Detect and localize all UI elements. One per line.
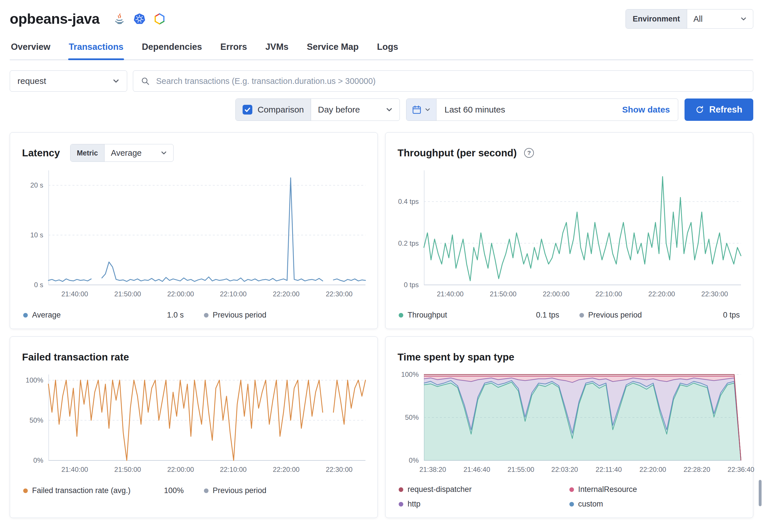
comparison-checkbox[interactable] <box>243 105 252 115</box>
throughput-legend: Throughput0.1 tpsPrevious period0 tps <box>397 311 741 320</box>
tab-dependencies[interactable]: Dependencies <box>141 37 202 59</box>
span-type-plot-area[interactable] <box>424 374 741 461</box>
x-tick-label: 21:46:40 <box>463 466 490 474</box>
x-tick-label: 22:10:00 <box>220 466 247 474</box>
legend-item-request-dispatcher[interactable]: request-dispatcher <box>399 485 569 494</box>
x-tick-label: 22:20:00 <box>640 466 666 474</box>
environment-select[interactable]: All <box>687 9 753 28</box>
x-tick-label: 21:40:00 <box>61 290 88 298</box>
tab-jvms[interactable]: JVMs <box>265 37 289 59</box>
service-header: opbeans-java <box>0 0 763 29</box>
y-tick-label: 0 tps <box>404 281 419 289</box>
legend-value: 100% <box>164 486 183 495</box>
legend-value: 1.0 s <box>167 311 184 320</box>
java-icon <box>113 13 125 25</box>
comparison-select[interactable]: Day before <box>311 99 399 121</box>
chart-panels: Latency Metric Average 20 s10 s0 s 21:40… <box>10 132 753 518</box>
scrollbar-thumb[interactable] <box>759 480 762 506</box>
y-axis: 0.4 tps0.2 tps0 tps <box>397 170 424 285</box>
transaction-search <box>133 70 753 92</box>
time-range-value[interactable]: Last 60 minutes <box>445 105 505 115</box>
latency-chart: 20 s10 s0 s 21:40:0021:50:0022:00:0022:1… <box>22 170 366 301</box>
y-tick-label: 0 s <box>34 281 43 289</box>
google-cloud-icon <box>154 13 165 25</box>
x-tick-label: 21:38:20 <box>419 466 446 474</box>
latency-title: Latency <box>22 147 60 159</box>
show-dates-link[interactable]: Show dates <box>622 105 670 115</box>
x-tick-label: 22:00:00 <box>167 290 194 298</box>
tab-overview[interactable]: Overview <box>10 37 51 59</box>
legend-label: Failed transaction rate (avg.) <box>32 486 158 495</box>
span-type-chart: 100%50%0% 21:38:2021:46:4021:55:0022:03:… <box>397 374 741 477</box>
throughput-plot-area[interactable] <box>424 170 741 285</box>
metric-select[interactable]: Average <box>105 144 173 161</box>
comparison-label: Comparison <box>258 105 304 115</box>
filter-row: request <box>10 70 753 92</box>
y-tick-label: 20 s <box>30 181 43 189</box>
page-title: opbeans-java <box>10 11 100 27</box>
y-tick-label: 100% <box>26 376 43 384</box>
span-type-title: Time spent by span type <box>397 351 514 363</box>
tab-service-map[interactable]: Service Map <box>306 37 359 59</box>
legend-item-custom[interactable]: custom <box>569 500 740 508</box>
chevron-down-icon <box>386 106 393 113</box>
latency-plot-area[interactable] <box>49 170 366 285</box>
legend-value: 0.1 tps <box>536 311 559 320</box>
legend-dot-icon <box>580 313 584 318</box>
tab-errors[interactable]: Errors <box>220 37 248 59</box>
legend-item-previous-period[interactable]: Previous period0 tps <box>580 311 740 320</box>
legend-item-average[interactable]: Average1.0 s <box>23 311 184 320</box>
legend-item-throughput[interactable]: Throughput0.1 tps <box>399 311 559 320</box>
comparison-control: Comparison Day before <box>235 98 400 121</box>
legend-item-http[interactable]: http <box>399 500 569 508</box>
legend-dot-icon <box>399 487 403 492</box>
refresh-button[interactable]: Refresh <box>685 98 753 121</box>
search-icon <box>141 76 150 86</box>
legend-item-internalresource[interactable]: InternalResource <box>569 485 740 494</box>
x-axis: 21:40:0021:50:0022:00:0022:10:0022:20:00… <box>49 285 366 301</box>
legend-label: custom <box>578 500 740 508</box>
y-tick-label: 50% <box>30 416 43 424</box>
chevron-down-icon <box>425 107 430 113</box>
legend-item-failed-transaction-rate-avg-[interactable]: Failed transaction rate (avg.)100% <box>23 486 184 495</box>
failed-rate-plot-area[interactable] <box>49 374 366 461</box>
x-tick-label: 22:20:00 <box>648 290 675 298</box>
transaction-type-value: request <box>18 76 46 86</box>
x-tick-label: 22:30:00 <box>701 290 728 298</box>
environment-label: Environment <box>626 9 687 28</box>
throughput-title: Throughput (per second) <box>397 147 517 159</box>
legend-label: Previous period <box>213 311 358 320</box>
x-tick-label: 22:10:00 <box>596 290 622 298</box>
latency-legend: Average1.0 sPrevious period <box>22 311 366 320</box>
transaction-type-select[interactable]: request <box>10 70 127 92</box>
chevron-down-icon <box>161 150 167 156</box>
legend-dot-icon <box>204 313 208 318</box>
y-tick-label: 50% <box>405 413 419 421</box>
environment-value: All <box>694 14 703 24</box>
chevron-down-icon <box>740 16 747 22</box>
quick-select-button[interactable] <box>406 99 436 121</box>
service-icons <box>113 13 165 25</box>
legend-item-previous-period[interactable]: Previous period <box>204 486 365 495</box>
failed-rate-title: Failed transaction rate <box>22 351 129 363</box>
failed-rate-legend: Failed transaction rate (avg.)100%Previo… <box>22 486 366 495</box>
legend-dot-icon <box>569 487 574 492</box>
x-tick-label: 21:40:00 <box>437 290 463 298</box>
failed-transaction-rate-panel: Failed transaction rate 100%50%0% 21:40:… <box>10 336 378 518</box>
refresh-label: Refresh <box>709 105 742 115</box>
x-tick-label: 22:28:20 <box>683 466 710 474</box>
x-axis: 21:40:0021:50:0022:00:0022:10:0022:20:00… <box>424 285 741 301</box>
tab-logs[interactable]: Logs <box>376 37 399 59</box>
search-input[interactable] <box>156 76 745 86</box>
x-tick-label: 21:40:00 <box>61 466 88 474</box>
y-axis: 20 s10 s0 s <box>22 170 49 285</box>
tab-transactions[interactable]: Transactions <box>68 37 124 59</box>
legend-item-previous-period[interactable]: Previous period <box>204 311 365 320</box>
x-tick-label: 21:50:00 <box>490 290 516 298</box>
x-axis: 21:40:0021:50:0022:00:0022:10:0022:20:00… <box>49 461 366 477</box>
metric-control: Metric Average <box>70 144 173 162</box>
title-row: opbeans-java <box>10 9 753 29</box>
refresh-icon <box>696 105 704 114</box>
legend-dot-icon <box>204 488 208 493</box>
legend-dot-icon <box>569 502 574 506</box>
